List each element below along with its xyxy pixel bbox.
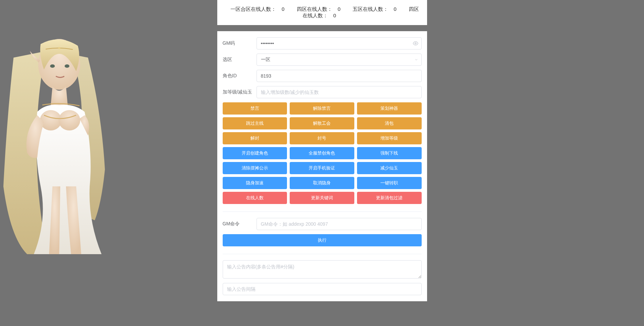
- gm-code-input[interactable]: [257, 37, 422, 49]
- divider: [223, 254, 422, 254]
- svg-point-1: [50, 64, 55, 68]
- stat-label: 四区在线人数：: [297, 6, 332, 12]
- svg-point-2: [65, 64, 69, 68]
- unseal-button[interactable]: 解封: [223, 132, 287, 144]
- svg-point-0: [38, 39, 80, 90]
- clear-bag-button[interactable]: 清包: [357, 117, 422, 129]
- cancel-stealth-button[interactable]: 取消隐身: [290, 177, 354, 189]
- stat-label: 五区在线人数：: [353, 6, 388, 12]
- one-click-transfer-button[interactable]: 一键转职: [357, 177, 422, 189]
- divider: [223, 211, 422, 212]
- skip-main-button[interactable]: 跳过主线: [223, 117, 287, 129]
- background-character: [0, 17, 129, 261]
- designer-tool-button[interactable]: 策划神器: [357, 102, 422, 115]
- svg-point-6: [415, 43, 416, 44]
- reduce-jade-button[interactable]: 减少仙玉: [357, 162, 422, 174]
- gm-cmd-label: GM命令: [223, 221, 257, 227]
- gm-panel: GM码 选区 角色ID 加等级/减仙玉: [217, 31, 427, 301]
- zone-label: 选区: [223, 57, 257, 63]
- force-offline-button[interactable]: 强制下线: [357, 147, 422, 159]
- enable-phone-verify-button[interactable]: 开启手机验证: [290, 162, 354, 174]
- svg-point-3: [40, 110, 62, 130]
- gm-cmd-input[interactable]: [257, 218, 422, 230]
- add-level-button[interactable]: 增加等级: [357, 132, 422, 144]
- ban-chat-button[interactable]: 禁言: [223, 102, 287, 115]
- update-keywords-button[interactable]: 更新关键词: [290, 192, 354, 204]
- gm-code-label: GM码: [223, 40, 257, 46]
- eye-icon[interactable]: [413, 41, 418, 46]
- stat-value: 0: [282, 6, 284, 12]
- open-create-role-button[interactable]: 开启创建角色: [223, 147, 287, 159]
- stat-value: 0: [394, 6, 396, 12]
- notice-content-input[interactable]: [223, 260, 422, 279]
- execute-button[interactable]: 执行: [223, 234, 422, 246]
- zone-select[interactable]: [257, 54, 422, 66]
- stealth-speed-button[interactable]: 隐身加速: [223, 177, 287, 189]
- dissolve-guild-button[interactable]: 解散工会: [290, 117, 354, 129]
- online-count-button[interactable]: 在线人数: [223, 192, 287, 204]
- unban-chat-button[interactable]: 解除禁言: [290, 102, 354, 115]
- stat-label: 一区合区在线人数：: [230, 6, 276, 12]
- level-label: 加等级/减仙玉: [223, 89, 257, 95]
- clear-stall-notice-button[interactable]: 清除摆摊公示: [223, 162, 287, 174]
- online-stats-header: 一区合区在线人数：0 四区在线人数：0 五区在线人数：0 四区在线人数：0: [217, 0, 427, 25]
- level-input[interactable]: [257, 86, 422, 98]
- role-id-input[interactable]: [257, 70, 422, 82]
- svg-point-4: [59, 110, 80, 130]
- svg-point-5: [58, 47, 60, 49]
- stat-value: 0: [338, 6, 340, 12]
- notice-interval-input[interactable]: [223, 283, 422, 295]
- update-clearbag-filter-button[interactable]: 更新清包过滤: [357, 192, 422, 204]
- stat-value: 0: [333, 13, 336, 18]
- role-id-label: 角色ID: [223, 73, 257, 79]
- forbid-create-role-button[interactable]: 全服禁创角色: [290, 147, 354, 159]
- ban-account-button[interactable]: 封号: [290, 132, 354, 144]
